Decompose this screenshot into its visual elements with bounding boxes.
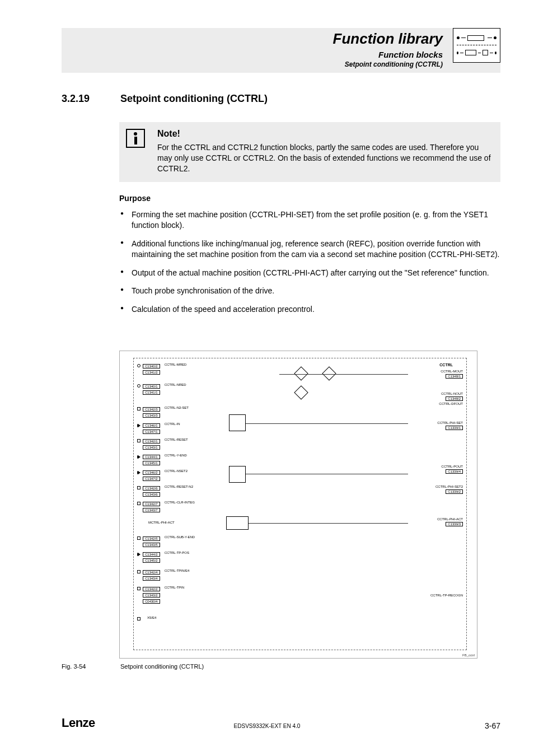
section-title: Setpoint conditioning (CCTRL) <box>120 93 268 105</box>
note-box: Note! For the CCTRL and CCTRL2 function … <box>119 122 500 182</box>
page-header: Function library Function blocks Setpoin… <box>333 28 500 68</box>
footer-docid: EDSVS9332K-EXT EN 4.0 <box>0 723 534 729</box>
diagram-input: C1342/6C1343/6CCTRL-RESET-N2 <box>137 485 193 497</box>
code-box: C1343/3 <box>143 413 160 418</box>
output-label: CCTRL-MOUT <box>441 370 463 373</box>
diagram-output: CCTRL-MOUTC1348/1 <box>441 370 463 379</box>
output-label: CCTRL-PHI-SET <box>437 421 463 424</box>
input-label: CCTRL-N2-SET <box>165 406 189 409</box>
header-subtitle2: Setpoint conditioning (CCTRL) <box>333 60 443 68</box>
input-label: X5/E4 <box>147 616 156 619</box>
purpose-item: Touch probe synchronisation of the drive… <box>119 286 500 296</box>
code-box: C1341/1 <box>143 390 160 395</box>
diagram-input: C1342/5C1343/5CCTRL-SUB-Y-END <box>137 535 195 547</box>
input-label: CCTRL-Y-END <box>165 454 187 457</box>
diagram-input: C1342/7C1343/7CCTRL-CLR-INTEG <box>137 501 195 512</box>
code-box: C1339/4 <box>446 469 463 474</box>
diagram-source-label: FB_cctrl <box>462 654 475 657</box>
code-box: C1343/1 <box>143 445 160 450</box>
diagram-output: CCTRL-POUTC1339/4 <box>441 465 463 474</box>
code-box: C1339/1 <box>446 426 463 430</box>
input-label: CCTRL-SUB-Y-END <box>165 535 195 539</box>
diagram-input: MCTRL-PHI-ACT <box>137 521 175 524</box>
input-label: CCTRL-NRED <box>165 383 186 386</box>
output-label: CCTRL-POUT <box>441 465 463 468</box>
diagram-input: X5/E4 <box>137 616 156 620</box>
diagram-output: CCTRL-NOUTC1348/2 <box>441 392 463 401</box>
code-box: C1339/2 <box>446 489 463 494</box>
code-box: C1339/3 <box>446 522 463 526</box>
mixer-block <box>322 366 336 380</box>
code-box: C1340/1 <box>143 384 160 389</box>
block-diagram: CCTRL C1340/2C1341/2CCTRL-MREDC1340/1C13… <box>119 351 477 659</box>
output-label: CCTRL-DFOUT <box>439 402 463 405</box>
diagram-input: C1344/1C1345/1CCTRL-Y-END <box>137 454 187 465</box>
purpose-item: Output of the actual machine position (C… <box>119 268 500 278</box>
code-box: C1346/2 <box>143 470 160 475</box>
purpose-heading: Purpose <box>119 194 151 203</box>
diagram-input: C1342/1C1343/1CCTRL-RESET <box>137 438 188 450</box>
code-box: C1342/5 <box>143 536 160 541</box>
input-label: CCTRL-RESET-N2 <box>165 485 193 488</box>
diagram-output: CCTRL-DFOUT <box>439 402 463 405</box>
diagram-input: C1346/1C1347/1CCTRL-IN <box>137 422 180 434</box>
output-label: CCTRL-PHI-ACT <box>437 517 463 521</box>
code-box: C1342/3 <box>143 407 160 412</box>
diagram-input: C1342/2C1343/2C0430/4CCTRL-TPIN <box>137 586 184 604</box>
code-box: C1342/1 <box>143 439 160 444</box>
code-box: C1343/6 <box>143 492 160 497</box>
footer-page: 3-67 <box>485 721 500 730</box>
code-box: C1348/2 <box>446 396 463 401</box>
purpose-item: Calculation of the speed and acceleratio… <box>119 304 500 315</box>
output-label: CCTRL-PHI-SET2 <box>435 485 463 488</box>
diagram-input: C1342/3C1343/3CCTRL-N2-SET <box>137 406 189 418</box>
diagram-output: CCTRL-TP-RECOGN <box>430 594 463 597</box>
code-box: C1347/2 <box>143 477 160 481</box>
code-box: C1343/7 <box>143 508 160 512</box>
diagram-input: C1342/4C1343/4CCTRL-TPIN/E4 <box>137 569 189 581</box>
diagram-output: CCTRL-PHI-SET2C1339/2 <box>435 485 463 494</box>
input-label: CCTRL-TP-POS <box>165 551 189 554</box>
input-label: CCTRL-IN <box>165 422 180 426</box>
code-box: C0430/4 <box>143 599 160 604</box>
input-label: CCTRL-CLR-INTEG <box>165 501 195 504</box>
code-box: C1341/2 <box>143 370 160 375</box>
code-box: C1345/2 <box>143 558 160 563</box>
mixer-block <box>294 385 308 399</box>
code-box: C1344/1 <box>143 455 160 459</box>
diagram-output: CCTRL-PHI-ACTC1339/3 <box>437 517 463 526</box>
block-title: CCTRL <box>439 363 453 367</box>
code-box: C1342/2 <box>143 587 160 591</box>
input-label: CCTRL-RESET <box>165 438 188 441</box>
mixer-block <box>294 366 308 380</box>
purpose-list: Forming the set machine position (CCTRL-… <box>119 209 500 323</box>
header-text: Function library Function blocks Setpoin… <box>333 28 443 68</box>
header-subtitle1: Function blocks <box>333 50 443 59</box>
input-label: CCTRL-NSET2 <box>165 469 188 473</box>
block-border: CCTRL C1340/2C1341/2CCTRL-MREDC1340/1C13… <box>133 358 467 650</box>
internal-block <box>226 516 249 530</box>
code-box: C1347/1 <box>143 430 160 434</box>
code-box: C1342/6 <box>143 486 160 491</box>
input-label: CCTRL-TPIN/E4 <box>165 569 190 572</box>
note-text: For the CCTRL and CCTRL2 function blocks… <box>157 142 493 174</box>
purpose-item: Additional functions like inching/manual… <box>119 239 500 260</box>
code-box: C1345/1 <box>143 461 160 465</box>
section-number: 3.2.19 <box>62 93 90 105</box>
code-box: C1344/2 <box>143 552 160 557</box>
input-label: CCTRL-MRED <box>165 363 187 366</box>
note-title: Note! <box>157 129 493 139</box>
figure-number: Fig. 3-54 <box>62 663 86 670</box>
code-box: C1348/1 <box>446 374 463 379</box>
diagram-output: CCTRL-PHI-SETC1339/1 <box>437 421 463 430</box>
figure-caption: Setpoint conditioning (CCTRL) <box>120 663 204 670</box>
internal-block <box>229 466 246 483</box>
output-label: CCTRL-NOUT <box>441 392 463 395</box>
function-block-icon <box>453 28 500 63</box>
input-label: CCTRL-TPIN <box>165 586 185 589</box>
code-box: C1343/2 <box>143 593 160 598</box>
header-title: Function library <box>333 30 443 48</box>
output-label: CCTRL-TP-RECOGN <box>430 594 463 597</box>
code-box: C1340/2 <box>143 364 160 368</box>
code-box: C1342/4 <box>143 570 160 575</box>
